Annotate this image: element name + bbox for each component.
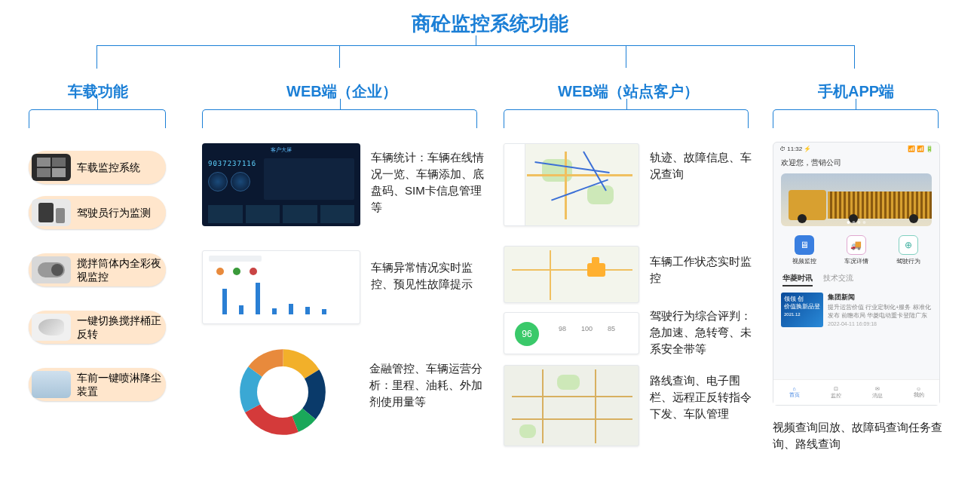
subtab-tech[interactable]: 技术交流	[823, 273, 853, 286]
driver-icon	[32, 199, 71, 226]
phone-tab-behavior[interactable]: ⊕ 驾驶行为	[896, 235, 920, 265]
col-title-2: WEB端（企业）	[286, 81, 397, 102]
phone-time: ⏱ 11:32 ⚡	[779, 146, 812, 152]
col2-desc2: 车辆异常情况实时监控、预见性故障提示	[371, 259, 488, 293]
pill-drum-rotate: 一键切换搅拌桶正反转	[29, 311, 166, 344]
camera-icon	[32, 256, 71, 283]
nav-monitor[interactable]: ⊡监控	[831, 386, 841, 400]
svg-point-6	[263, 372, 302, 411]
diagram-title: 商砼监控系统功能	[412, 11, 568, 37]
pill-drum-vision: 搅拌筒体内全彩夜视监控	[29, 253, 166, 286]
map-status	[504, 246, 639, 303]
donut-chart	[237, 347, 328, 437]
score-badge: 96	[515, 322, 539, 346]
nav-mine[interactable]: ☺我的	[914, 386, 924, 399]
news-date: 2022-04-11 16:09:18	[828, 321, 932, 326]
news-body: 提升运营价值 行业定制化+服务 标准化发布 前瞻布局 华菱电动重卡登陆广东	[828, 303, 932, 320]
col4-summary: 视频查询回放、故障码查询任务查询、路线查询	[773, 419, 942, 452]
nav-message[interactable]: ✉消息	[872, 386, 883, 400]
monitor-icon	[32, 154, 71, 181]
news-title: 集团新闻	[828, 293, 932, 302]
score-b: 100	[581, 325, 593, 332]
pill-label: 驾驶员行为监测	[77, 206, 151, 219]
score-panel: 96 98 100 85	[504, 312, 639, 354]
score-c: 85	[608, 325, 615, 332]
sub-bracket-4	[773, 109, 939, 128]
pill-spray: 车前一键喷淋降尘装置	[29, 368, 166, 401]
sub-bracket-3	[504, 109, 749, 128]
enterprise-bar-chart	[202, 250, 360, 324]
sub-bracket-1	[29, 109, 166, 128]
col3-desc4: 路线查询、电子围栏、远程正反转指令下发、车队管理	[650, 372, 752, 422]
pill-label: 搅拌筒体内全彩夜视监控	[77, 256, 163, 283]
truck-icon	[32, 314, 71, 341]
pill-driver-behavior: 驾驶员行为监测	[29, 196, 166, 229]
col3-desc3: 驾驶行为综合评判：急加速、急转弯、未系安全带等	[650, 308, 752, 357]
col3-desc2: 车辆工作状态实时监控	[650, 253, 752, 286]
counter: 9037237116	[208, 160, 256, 167]
pill-label: 车前一键喷淋降尘装置	[77, 371, 163, 398]
sub-bracket-2	[202, 109, 477, 128]
pill-label: 一键切换搅拌桶正反转	[77, 314, 163, 341]
phone-mockup: ⏱ 11:32 ⚡ 📶 📶 🔋 欢迎您，营销公司 🖥 视频监控 🚚 车况详情 ⊕…	[773, 142, 940, 406]
col-title-1: 车载功能	[68, 81, 128, 102]
col2-desc1: 车辆统计：车辆在线情况一览、车辆添加、底盘码、SIM卡信息管理等	[371, 149, 488, 216]
col2-desc3: 金融管控、车辆运营分析：里程、油耗、外加剂使用量等	[369, 360, 486, 410]
phone-status-icons: 📶 📶 🔋	[908, 146, 933, 152]
news-thumb: 领领 创价值换新品登2021.12	[781, 293, 823, 327]
nav-home[interactable]: ⌂首页	[789, 386, 800, 399]
top-bracket	[96, 45, 855, 46]
pill-monitor-system: 车载监控系统	[29, 151, 166, 184]
col-title-3: WEB端（站点客户）	[558, 81, 699, 102]
subtab-news[interactable]: 华菱时讯	[782, 273, 813, 286]
phone-tab-status[interactable]: 🚚 车况详情	[844, 235, 868, 265]
col3-desc1: 轨迹、故障信息、车况查询	[650, 149, 752, 182]
truck-hero	[781, 173, 932, 226]
drop-col2	[339, 46, 340, 68]
map-route-query	[504, 365, 639, 446]
score-a: 98	[559, 325, 566, 332]
drop-col3	[626, 46, 626, 68]
spray-icon	[32, 371, 71, 398]
pill-label: 车载监控系统	[77, 161, 140, 174]
enterprise-dashboard: 客户大屏 9037237116	[202, 143, 360, 226]
phone-tab-video[interactable]: 🖥 视频监控	[792, 235, 816, 265]
phone-welcome: 欢迎您，营销公司	[773, 155, 939, 170]
map-track	[504, 143, 639, 226]
